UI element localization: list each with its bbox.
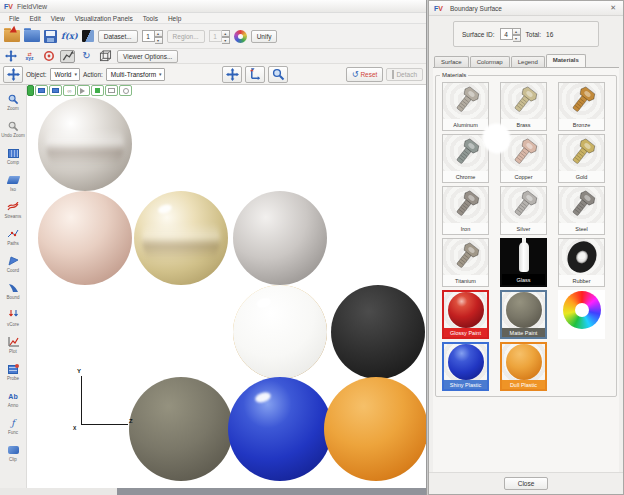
dataset-spinner-value[interactable]: 1	[142, 30, 155, 42]
translate-button[interactable]	[222, 66, 242, 83]
read-data-icon[interactable]	[4, 30, 20, 42]
region-button[interactable]: Region...	[167, 30, 205, 43]
viewport-canvas[interactable]: ∞ Y Z X	[27, 85, 426, 488]
colormap-icon[interactable]	[82, 30, 94, 42]
spinner-up-icon[interactable]: ▴	[513, 28, 521, 35]
unify-button[interactable]: Unify	[251, 30, 278, 43]
transform-move-icon[interactable]	[3, 66, 23, 83]
select-transform-tool-icon[interactable]	[60, 50, 75, 63]
sphere-aluminum[interactable]	[38, 97, 132, 191]
menu-view[interactable]: View	[46, 15, 70, 22]
dataset-spinner[interactable]: 1 ▴▾	[142, 30, 163, 42]
zoom-tool-button[interactable]	[268, 66, 288, 83]
sidebar-item-streams[interactable]: Streams	[1, 196, 26, 223]
action-select[interactable]: Multi-Transform ▾	[106, 68, 165, 81]
screen-sweep-right-icon[interactable]	[49, 85, 62, 96]
menu-visualization-panels[interactable]: Visualization Panels	[70, 15, 138, 22]
menu-edit[interactable]: Edit	[24, 15, 45, 22]
titlebar[interactable]: FV FieldView	[0, 0, 426, 13]
sphere-brass[interactable]	[134, 191, 228, 285]
sphere-shiny-plastic[interactable]	[228, 377, 332, 481]
tab-materials[interactable]: Materials	[546, 54, 586, 67]
region-spinner[interactable]: 1 ▴▾	[209, 30, 230, 42]
green-bar-icon[interactable]	[27, 85, 34, 96]
material-tile-shiny-plastic[interactable]: Shiny Plastic	[442, 342, 489, 391]
material-tile-color-wheel[interactable]	[558, 290, 605, 339]
region-spinner-value[interactable]: 1	[209, 30, 222, 42]
dataset-button[interactable]: Dataset...	[98, 30, 138, 43]
spinner-down-icon[interactable]: ▾	[155, 37, 163, 44]
material-tile-dull-plastic[interactable]: Dull Plastic	[500, 342, 547, 391]
zoom-icon	[8, 93, 19, 106]
detach-button[interactable]: Detach	[386, 68, 423, 81]
material-tile-glass[interactable]: Glass	[500, 238, 547, 287]
menu-help[interactable]: Help	[163, 15, 186, 22]
material-tile-titanium[interactable]: Titanium	[442, 238, 489, 287]
material-tile-bronze[interactable]: Bronze	[558, 82, 605, 131]
spinner-up-icon[interactable]: ▴	[155, 30, 163, 37]
sidebar-item-iso[interactable]: Iso	[1, 169, 26, 196]
material-tile-matte-paint[interactable]: Matte Paint	[500, 290, 547, 339]
sidebar-item-paths[interactable]: Paths	[1, 223, 26, 250]
sphere-iron[interactable]	[233, 191, 327, 285]
sphere-rubber[interactable]	[331, 285, 425, 379]
sphere-dull-plastic[interactable]	[324, 377, 426, 481]
palette-icon[interactable]	[234, 30, 247, 43]
sidebar-item-zoom[interactable]: Zoom	[1, 88, 26, 115]
sidebar-item-func[interactable]: ƒ Func	[1, 412, 26, 439]
tab-surface[interactable]: Surface	[434, 56, 469, 67]
rotate-view-icon[interactable]: ↻	[79, 50, 94, 63]
file-toolbar: f(x) Dataset... 1 ▴▾ Region... 1 ▴▾ Unif…	[0, 24, 426, 49]
sphere-glass[interactable]	[233, 285, 327, 379]
sidebar-item-undo-zoom[interactable]: Undo Zoom	[1, 115, 26, 142]
function-formula-icon[interactable]: f(x)	[61, 31, 78, 41]
reset-button[interactable]: ↺Reset	[346, 67, 384, 82]
sphere-copper[interactable]	[38, 191, 132, 285]
small-square-icon[interactable]	[91, 85, 104, 96]
material-tile-glossy-paint[interactable]: Glossy Paint	[442, 290, 489, 339]
sidebar-item-coord[interactable]: Coord	[1, 250, 26, 277]
menu-file[interactable]: File	[4, 15, 24, 22]
close-button[interactable]: Close	[504, 477, 548, 490]
surface-id-spinner[interactable]: 4 ▴▾	[500, 28, 521, 40]
sidebar-item-comp[interactable]: Comp	[1, 142, 26, 169]
tab-colormap[interactable]: Colormap	[470, 56, 510, 67]
spinner-down-icon[interactable]: ▾	[513, 35, 521, 42]
material-tile-aluminum[interactable]: Aluminum	[442, 82, 489, 131]
sidebar-item-probe[interactable]: Probe	[1, 358, 26, 385]
screen-sweep-left-icon[interactable]	[35, 85, 48, 96]
link-icon[interactable]: ∞	[63, 85, 76, 96]
close-icon[interactable]: ✕	[608, 4, 618, 12]
rotate-axes-button[interactable]	[245, 66, 265, 83]
material-tile-gold[interactable]: Gold	[558, 134, 605, 183]
sidebar-item-vcore[interactable]: vCore	[1, 304, 26, 331]
material-tile-rubber[interactable]: Rubber	[558, 238, 605, 287]
bounding-box-icon[interactable]	[98, 50, 113, 63]
tab-legend[interactable]: Legend	[511, 56, 545, 67]
pan-tool-icon[interactable]	[3, 50, 18, 63]
spinner-down-icon[interactable]: ▾	[222, 37, 230, 44]
object-select[interactable]: World ▾	[50, 68, 80, 81]
sidebar-item-plot[interactable]: Plot	[1, 331, 26, 358]
material-tile-chrome[interactable]: Chrome	[442, 134, 489, 183]
view-target-icon[interactable]	[41, 50, 56, 63]
material-tile-steel[interactable]: Steel	[558, 186, 605, 235]
surface-id-value[interactable]: 4	[500, 28, 513, 40]
material-tile-iron[interactable]: Iron	[442, 186, 489, 235]
viewer-options-button[interactable]: Viewer Options...	[117, 50, 178, 63]
sidebar-item-anno[interactable]: Ab Anno	[1, 385, 26, 412]
material-tile-silver[interactable]: Silver	[500, 186, 547, 235]
circle-icon[interactable]	[119, 85, 132, 96]
save-restart-icon[interactable]	[44, 30, 57, 43]
send-icon[interactable]	[77, 85, 90, 96]
sidebar-item-bound[interactable]: Bound	[1, 277, 26, 304]
sidebar-item-clip[interactable]: Clip	[1, 439, 26, 466]
panel-titlebar[interactable]: FV Boundary Surface ✕	[429, 1, 623, 16]
rectangle-icon[interactable]	[105, 85, 118, 96]
open-restart-icon[interactable]	[24, 30, 40, 42]
sphere-matte-paint[interactable]	[129, 377, 233, 481]
material-tile-brass[interactable]: Brass	[500, 82, 547, 131]
xyz-axes-icon[interactable]: ⇄xyz	[22, 50, 37, 63]
menu-tools[interactable]: Tools	[138, 15, 163, 22]
spinner-up-icon[interactable]: ▴	[222, 30, 230, 37]
